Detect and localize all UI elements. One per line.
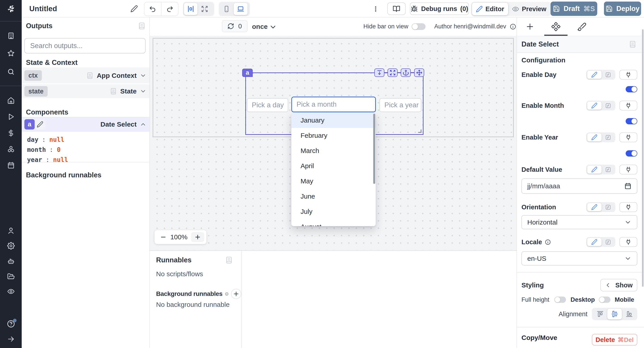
collapse-arrow-icon[interactable] bbox=[0, 335, 22, 343]
locale-info-icon[interactable] bbox=[545, 239, 551, 245]
variables-dollar-icon[interactable] bbox=[0, 129, 22, 137]
enable-month-fx-icon[interactable] bbox=[602, 103, 614, 109]
redo-button[interactable] bbox=[161, 2, 178, 16]
expand-component-handle[interactable] bbox=[388, 68, 398, 77]
favorites-star-icon[interactable] bbox=[0, 50, 22, 57]
enable-month-plug-button[interactable] bbox=[620, 101, 637, 110]
enable-year-plug-button[interactable] bbox=[620, 132, 637, 142]
draft-save-button[interactable]: Draft ⌘S bbox=[550, 2, 597, 16]
enable-year-pencil-icon[interactable] bbox=[587, 133, 602, 141]
orientation-pencil-icon[interactable] bbox=[587, 203, 602, 211]
styling-brush-tab[interactable] bbox=[569, 18, 595, 36]
zoom-out-icon[interactable] bbox=[160, 234, 166, 240]
resources-cubes-icon[interactable] bbox=[0, 145, 22, 153]
default-value-fx-icon[interactable] bbox=[602, 166, 614, 173]
locale-fx-icon[interactable] bbox=[602, 239, 614, 245]
align-bottom-button[interactable] bbox=[622, 309, 636, 319]
workers-robot-icon[interactable] bbox=[0, 258, 22, 265]
component-list-item[interactable]: a Date Select bbox=[22, 117, 149, 132]
month-option[interactable]: March bbox=[291, 143, 376, 158]
state-row[interactable]: state State bbox=[22, 84, 149, 98]
anchor-handle[interactable] bbox=[401, 68, 411, 77]
dropdown-scrollbar[interactable] bbox=[373, 114, 375, 184]
component-settings-tab[interactable] bbox=[543, 18, 569, 36]
editor-tab[interactable]: Editor bbox=[472, 3, 508, 15]
debug-runs-button[interactable]: Debug runs (0) bbox=[410, 2, 469, 15]
undo-button[interactable] bbox=[144, 2, 161, 16]
more-options-kebab-icon[interactable] bbox=[370, 3, 381, 14]
locale-plug-button[interactable] bbox=[620, 237, 637, 247]
enable-year-toggle[interactable] bbox=[626, 150, 637, 156]
prop-year-row[interactable]: year:null bbox=[27, 155, 149, 165]
ctx-doc-icon[interactable] bbox=[86, 72, 94, 80]
audit-eye-icon[interactable] bbox=[0, 288, 22, 295]
move-handle[interactable] bbox=[414, 68, 424, 77]
run-mode-chevron-icon[interactable] bbox=[269, 24, 277, 30]
search-outputs-input[interactable] bbox=[24, 38, 146, 54]
enable-day-fx-icon[interactable] bbox=[602, 72, 614, 78]
run-mode-label[interactable]: once bbox=[252, 23, 268, 30]
enable-day-toggle[interactable] bbox=[626, 86, 637, 92]
runs-play-icon[interactable] bbox=[0, 113, 22, 120]
state-doc-icon[interactable] bbox=[110, 88, 117, 95]
default-value-date-input[interactable]: jj/mm/aaaa bbox=[522, 178, 637, 194]
prop-month-row[interactable]: month:0 bbox=[27, 145, 149, 155]
author-info-icon[interactable] bbox=[510, 23, 516, 30]
settings-doc-icon[interactable] bbox=[628, 40, 637, 48]
docs-book-button[interactable] bbox=[387, 2, 406, 15]
ctx-chevron-down-icon[interactable] bbox=[140, 72, 146, 79]
pick-year-input[interactable]: Pick a year bbox=[380, 98, 421, 112]
deploy-button[interactable]: Deploy bbox=[604, 2, 641, 16]
resize-handle[interactable] bbox=[418, 130, 422, 133]
enable-month-pencil-icon[interactable] bbox=[587, 102, 602, 110]
full-height-toggle[interactable] bbox=[554, 296, 566, 303]
align-top-button[interactable] bbox=[593, 309, 607, 319]
locale-pencil-icon[interactable] bbox=[587, 238, 602, 246]
align-center-button[interactable] bbox=[607, 309, 622, 319]
help-icon[interactable] bbox=[0, 320, 22, 328]
settings-gear-icon[interactable] bbox=[0, 242, 22, 250]
month-option[interactable]: July bbox=[291, 204, 376, 219]
fill-height-handle[interactable] bbox=[374, 68, 384, 77]
zoom-in-button[interactable] bbox=[191, 232, 204, 242]
runnables-doc-icon[interactable] bbox=[225, 256, 233, 264]
hide-bar-toggle[interactable] bbox=[412, 23, 426, 30]
center-components-button[interactable] bbox=[184, 3, 198, 15]
workspace-icon[interactable] bbox=[0, 32, 22, 40]
enable-day-plug-button[interactable] bbox=[620, 70, 637, 80]
component-rename-pencil-icon[interactable] bbox=[35, 119, 45, 130]
month-option[interactable]: August bbox=[291, 219, 376, 226]
search-icon[interactable] bbox=[0, 68, 22, 76]
enable-year-fx-icon[interactable] bbox=[602, 134, 614, 140]
settings-scrollbar[interactable] bbox=[642, 29, 644, 287]
desktop-mobile-toggle[interactable] bbox=[599, 296, 610, 303]
background-info-icon[interactable] bbox=[225, 290, 228, 298]
state-chevron-down-icon[interactable] bbox=[140, 88, 146, 94]
delete-component-button[interactable]: Delete ⌘Del bbox=[592, 334, 637, 346]
app-canvas[interactable]: a bbox=[150, 36, 516, 250]
pick-day-input[interactable]: Pick a day bbox=[247, 98, 288, 112]
calendar-icon[interactable] bbox=[624, 182, 632, 190]
mobile-view-button[interactable] bbox=[220, 3, 233, 15]
orientation-fx-icon[interactable] bbox=[602, 204, 614, 210]
component-chevron-up-icon[interactable] bbox=[140, 121, 146, 128]
component-tag-badge[interactable]: a bbox=[242, 69, 253, 77]
home-icon[interactable] bbox=[0, 96, 22, 104]
refresh-count-button[interactable]: 0 bbox=[222, 20, 248, 32]
month-option[interactable]: January bbox=[291, 113, 376, 128]
schedules-calendar-icon[interactable] bbox=[0, 162, 22, 169]
ctx-row[interactable]: ctx App Context bbox=[22, 68, 149, 84]
enable-day-pencil-icon[interactable] bbox=[587, 71, 602, 79]
locale-select[interactable]: en-US bbox=[522, 252, 637, 266]
default-value-plug-button[interactable] bbox=[620, 164, 637, 174]
expand-grid-button[interactable] bbox=[198, 3, 211, 15]
user-icon[interactable] bbox=[0, 227, 22, 234]
pick-month-input[interactable]: Pick a month bbox=[291, 96, 376, 112]
prop-day-row[interactable]: day:null bbox=[27, 135, 149, 145]
orientation-plug-button[interactable] bbox=[620, 202, 637, 212]
insert-component-tab[interactable] bbox=[517, 18, 543, 36]
add-background-runnable-button[interactable] bbox=[231, 289, 241, 299]
month-option[interactable]: May bbox=[291, 174, 376, 189]
styling-show-button[interactable]: Show bbox=[600, 279, 637, 292]
month-option[interactable]: June bbox=[291, 189, 376, 204]
